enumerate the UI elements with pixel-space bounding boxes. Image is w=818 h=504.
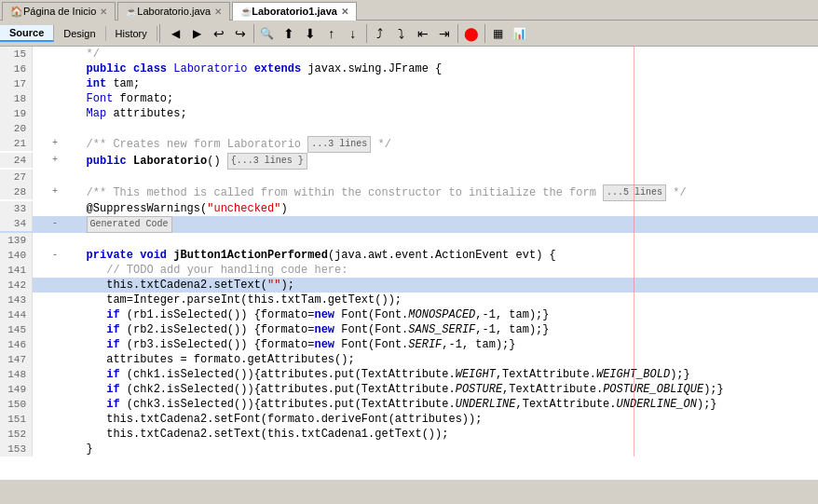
code-line-148: 148 if (chk1.isSelected()){attributes.pu… <box>0 367 818 382</box>
nav-history[interactable]: History <box>106 26 157 41</box>
nav-design[interactable]: Design <box>54 26 105 41</box>
nav-source[interactable]: Source <box>0 25 54 42</box>
toolbar-undo-btn[interactable]: ↩ <box>209 23 229 44</box>
toolbar-btn-6[interactable]: ⬇ <box>300 23 320 44</box>
code-line-143: 143 tam=Integer.parseInt(this.txtTam.get… <box>0 293 818 307</box>
code-line-34: 34 - Generated Code <box>0 216 818 233</box>
toolbar-search-btn[interactable]: 🔍 <box>257 23 278 44</box>
toolbar-forward-btn[interactable]: ▶ <box>187 23 208 44</box>
tab-pagina-inicio[interactable]: 🏠 Página de Inicio ✕ <box>2 2 116 20</box>
code-line-142: 142 this.txtCadena2.setText(""); <box>0 278 818 293</box>
toolbar-back-btn[interactable]: ◀ <box>166 23 186 44</box>
code-line-15: 15 */ <box>0 47 818 61</box>
code-line-24: 24 + public Laboratorio() {...3 lines } <box>0 153 818 170</box>
code-line-150: 150 if (chk3.isSelected()){attributes.pu… <box>0 397 818 412</box>
toolbar-btn-9[interactable]: ⤴ <box>370 23 390 44</box>
code-line-151: 151 this.txtCadena2.setFont(formato.deri… <box>0 412 818 427</box>
tab-java-icon-2: ☕ <box>240 7 252 17</box>
code-line-17: 17 int tam; <box>0 76 818 91</box>
code-line-27: 27 <box>0 170 818 184</box>
tab-close-lab1[interactable]: ✕ <box>341 7 348 17</box>
toolbar-btn-11[interactable]: ⇤ <box>413 23 433 44</box>
tab-java-icon-1: ☕ <box>126 7 137 17</box>
code-line-145: 145 if (rb2.isSelected()) {formato=new F… <box>0 322 818 337</box>
tab-bar: 🏠 Página de Inicio ✕ ☕ Laboratorio.java … <box>0 0 818 20</box>
code-line-153: 153 } <box>0 442 818 456</box>
code-line-152: 152 this.txtCadena2.setText(this.txtCade… <box>0 427 818 442</box>
toolbar-btn-8[interactable]: ↓ <box>343 23 363 44</box>
toolbar-stats-btn[interactable]: 📊 <box>510 23 530 44</box>
code-line-147: 147 attributes = formato.getAttributes()… <box>0 352 818 367</box>
code-line-140: 140 - private void jButton1ActionPerform… <box>0 248 818 263</box>
code-line-20: 20 <box>0 121 818 136</box>
tab-laboratorio1-java[interactable]: ☕ Laboratorio1.java ✕ <box>232 2 357 20</box>
tab-home-icon: 🏠 <box>10 6 23 18</box>
code-line-33: 33 @SuppressWarnings("unchecked") <box>0 201 818 216</box>
code-line-139: 139 <box>0 233 818 248</box>
code-line-21: 21 + /** Creates new form Laboratorio ..… <box>0 136 818 153</box>
tab-close-home[interactable]: ✕ <box>100 7 107 17</box>
code-line-144: 144 if (rb1.isSelected()) {formato=new F… <box>0 307 818 322</box>
code-editor[interactable]: 15 */ 16 public class Laboratorio extend… <box>0 47 818 480</box>
toolbar-redo-btn[interactable]: ↪ <box>230 23 251 44</box>
toolbar-chart-btn[interactable]: ▦ <box>488 23 509 44</box>
tab-laboratorio-java[interactable]: ☕ Laboratorio.java ✕ <box>117 2 230 20</box>
code-line-16: 16 public class Laboratorio extends java… <box>0 61 818 76</box>
toolbar-btn-10[interactable]: ⤵ <box>391 23 412 44</box>
tab-close-lab[interactable]: ✕ <box>214 7 222 17</box>
editor-inner: 15 */ 16 public class Laboratorio extend… <box>0 47 818 456</box>
code-line-146: 146 if (rb3.isSelected()) {formato=new F… <box>0 337 818 352</box>
ide-window: 🏠 Página de Inicio ✕ ☕ Laboratorio.java … <box>0 0 818 480</box>
code-line-28: 28 + /** This method is called from with… <box>0 184 818 201</box>
toolbar-btn-7[interactable]: ↑ <box>321 23 342 44</box>
code-line-18: 18 Font formato; <box>0 91 818 106</box>
code-line-149: 149 if (chk2.isSelected()){attributes.pu… <box>0 382 818 397</box>
code-line-19: 19 Map attributes; <box>0 106 818 121</box>
code-line-141: 141 // TODO add your handling code here: <box>0 263 818 278</box>
generated-code-block[interactable]: Generated Code <box>87 216 172 233</box>
toolbar-stop-btn[interactable]: ⬤ <box>461 23 482 44</box>
toolbar-btn-12[interactable]: ⇥ <box>434 23 455 44</box>
toolbar-btn-5[interactable]: ⬆ <box>279 23 299 44</box>
